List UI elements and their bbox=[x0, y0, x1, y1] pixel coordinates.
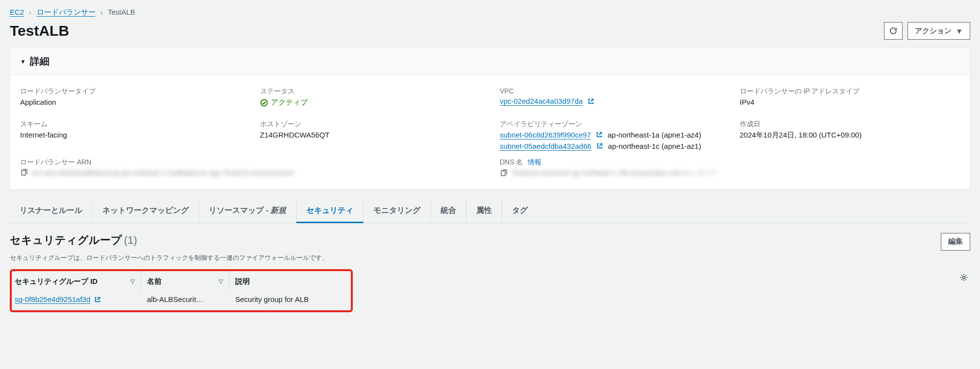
actions-button-label: アクション bbox=[915, 26, 952, 36]
page-title: TestALB bbox=[10, 23, 69, 39]
page-header: TestALB アクション ▼ bbox=[0, 22, 980, 47]
table-header-row: セキュリティグループ ID ▽ 名前 ▽ 説明 bbox=[15, 271, 348, 292]
sort-icon: ▽ bbox=[130, 278, 135, 285]
breadcrumb-loadbalancers[interactable]: ロードバランサー bbox=[37, 8, 96, 16]
copy-icon[interactable] bbox=[500, 169, 508, 177]
column-header-name-label: 名前 bbox=[147, 277, 162, 286]
tab-listeners[interactable]: リスナーとルール bbox=[10, 200, 93, 223]
field-label: ホストゾーン bbox=[260, 120, 481, 129]
tab-security[interactable]: セキュリティ bbox=[296, 200, 364, 223]
security-groups-section: セキュリティグループ (1) 編集 セキュリティグループは、ロードバランサーへの… bbox=[10, 233, 970, 312]
header-actions: アクション ▼ bbox=[884, 22, 970, 40]
tab-resource-map-label: リソースマップ - bbox=[209, 206, 270, 214]
field-arn: ロードバランサー ARN arn aws elasticloadbalancin… bbox=[20, 158, 480, 178]
table-row: sg-0f8b25e4d9251af3d alb-ALBSecurit… Sec… bbox=[15, 292, 348, 306]
field-label: VPC bbox=[500, 87, 720, 95]
field-dns: DNS 名 情報 TestALB-xxxxxxxxx ap-northeast-… bbox=[500, 158, 960, 178]
external-link-icon bbox=[94, 296, 101, 303]
security-groups-title: セキュリティグループ bbox=[10, 234, 122, 246]
external-link-icon bbox=[596, 142, 603, 149]
field-label: ロードバランサー ARN bbox=[20, 158, 480, 167]
edit-security-groups-button[interactable]: 編集 bbox=[941, 233, 970, 251]
tab-tags[interactable]: タグ bbox=[502, 200, 538, 223]
field-label: DNS 名 情報 bbox=[500, 158, 960, 167]
tab-resource-map[interactable]: リソースマップ - 新規 bbox=[199, 200, 296, 223]
actions-button[interactable]: アクション ▼ bbox=[907, 22, 970, 40]
subnet-link-1[interactable]: subnet-06c8d2639f990ce97 bbox=[500, 131, 591, 139]
tab-network-mapping[interactable]: ネットワークマッピング bbox=[93, 200, 199, 223]
field-scheme: スキーム Internet-facing bbox=[20, 120, 241, 150]
column-header-description[interactable]: 説明 bbox=[235, 271, 337, 292]
vpc-link[interactable]: vpc-02ed24ac4a03d97da bbox=[500, 97, 583, 105]
details-panel: ▼ 詳細 ロードバランサータイプ Application ステータス アクティブ… bbox=[10, 47, 970, 190]
tab-resource-map-new: 新規 bbox=[270, 206, 286, 214]
tab-integrations[interactable]: 統合 bbox=[431, 200, 466, 223]
sg-id-link[interactable]: sg-0f8b25e4d9251af3d bbox=[15, 295, 90, 303]
sort-icon: ▽ bbox=[219, 278, 223, 285]
field-value: Application bbox=[20, 98, 241, 106]
dns-info-link[interactable]: 情報 bbox=[528, 158, 541, 166]
svg-rect-2 bbox=[501, 171, 505, 176]
breadcrumb: EC2 › ロードバランサー › TestALB bbox=[0, 0, 980, 22]
field-hosted-zone: ホストゾーン Z14GRHDCWA56QT bbox=[260, 120, 481, 150]
field-value: IPv4 bbox=[740, 98, 960, 106]
external-link-icon bbox=[596, 131, 603, 138]
gear-icon[interactable] bbox=[959, 273, 968, 282]
column-header-name[interactable]: 名前 ▽ bbox=[147, 271, 229, 292]
breadcrumb-current: TestALB bbox=[108, 8, 135, 16]
column-header-sg-id[interactable]: セキュリティグループ ID ▽ bbox=[15, 271, 141, 292]
copy-icon[interactable] bbox=[20, 169, 28, 177]
refresh-icon bbox=[889, 27, 897, 35]
field-value: Internet-facing bbox=[20, 131, 241, 139]
field-value: 2024年10月24日, 18:00 (UTC+09:00) bbox=[740, 131, 960, 140]
field-ip-type: ロードバランサーの IP アドレスタイプ IPv4 bbox=[740, 87, 960, 108]
svg-point-3 bbox=[963, 276, 965, 278]
field-label: スキーム bbox=[20, 120, 241, 129]
dns-value-redacted: TestALB-xxxxxxxxx ap-northeast-1 elb ama… bbox=[512, 169, 716, 178]
field-lb-type: ロードバランサータイプ Application bbox=[20, 87, 241, 108]
breadcrumb-ec2[interactable]: EC2 bbox=[10, 8, 24, 16]
tab-monitoring[interactable]: モニタリング bbox=[364, 200, 431, 223]
column-header-description-label: 説明 bbox=[235, 277, 250, 286]
status-text: アクティブ bbox=[271, 98, 308, 107]
column-header-sg-id-label: セキュリティグループ ID bbox=[15, 277, 98, 286]
security-groups-count: (1) bbox=[124, 234, 137, 246]
tabs: リスナーとルール ネットワークマッピング リソースマップ - 新規 セキュリティ… bbox=[10, 200, 970, 223]
sg-name-cell: alb-ALBSecurit… bbox=[147, 292, 235, 306]
field-label: 作成日 bbox=[740, 120, 960, 129]
field-label: ロードバランサーの IP アドレスタイプ bbox=[740, 87, 960, 96]
caret-down-icon: ▼ bbox=[956, 27, 963, 35]
field-value: Z14GRHDCWA56QT bbox=[260, 131, 481, 139]
field-status: ステータス アクティブ bbox=[260, 87, 481, 108]
external-link-icon bbox=[588, 98, 594, 105]
svg-rect-1 bbox=[22, 170, 25, 175]
dns-label-text: DNS 名 bbox=[500, 158, 523, 166]
field-created: 作成日 2024年10月24日, 18:00 (UTC+09:00) bbox=[740, 120, 960, 150]
details-panel-title: 詳細 bbox=[30, 55, 49, 68]
details-panel-header[interactable]: ▼ 詳細 bbox=[10, 48, 970, 75]
arn-value-redacted: arn aws elasticloadbalancing ap-northeas… bbox=[32, 169, 294, 177]
status-active: アクティブ bbox=[260, 98, 308, 107]
field-label: ロードバランサータイプ bbox=[20, 87, 241, 96]
refresh-button[interactable] bbox=[884, 22, 903, 40]
tab-attributes[interactable]: 属性 bbox=[466, 200, 502, 223]
security-groups-table-highlight: セキュリティグループ ID ▽ 名前 ▽ 説明 sg-0f8b25e4d9251… bbox=[10, 269, 353, 312]
field-label: ステータス bbox=[260, 87, 481, 96]
subnet-link-2[interactable]: subnet-05aedcfdba432ad66 bbox=[500, 142, 591, 150]
security-groups-description: セキュリティグループは、ロードバランサーへのトラフィックを制御する一連のファイア… bbox=[10, 254, 970, 262]
az-2-text: ap-northeast-1c (apne1-az1) bbox=[608, 142, 701, 150]
field-label: アベイラビリティーゾーン bbox=[500, 120, 720, 129]
breadcrumb-separator: › bbox=[100, 8, 103, 16]
breadcrumb-separator: › bbox=[29, 8, 31, 16]
az-1-text: ap-northeast-1a (apne1-az4) bbox=[608, 131, 701, 139]
field-vpc: VPC vpc-02ed24ac4a03d97da bbox=[500, 87, 720, 108]
check-circle-icon bbox=[260, 99, 268, 107]
field-availability-zones: アベイラビリティーゾーン subnet-06c8d2639f990ce97 ap… bbox=[500, 120, 720, 150]
collapse-caret-icon: ▼ bbox=[20, 58, 26, 65]
sg-desc-cell: Security group for ALB bbox=[235, 292, 343, 306]
